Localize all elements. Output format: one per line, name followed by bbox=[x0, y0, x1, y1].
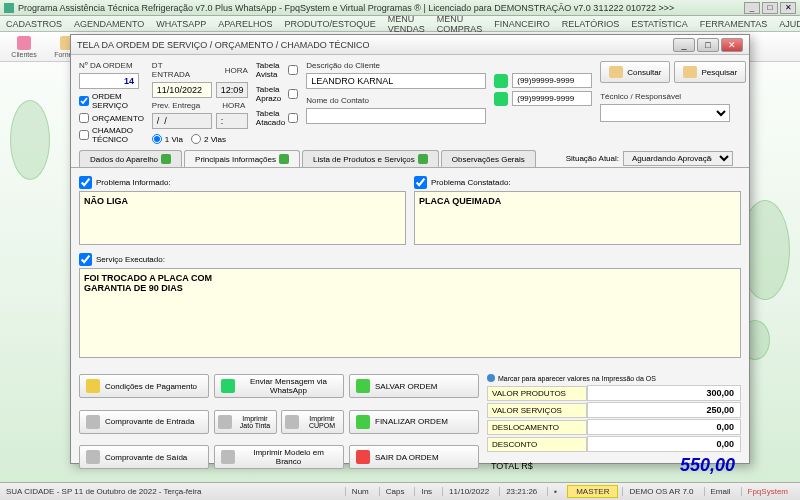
tab-principais-info[interactable]: Principais Informações bbox=[184, 150, 300, 167]
servico-check[interactable] bbox=[79, 253, 92, 266]
modal-close[interactable]: ✕ bbox=[721, 38, 743, 52]
tabela-avista-check[interactable]: Tabela Avista bbox=[256, 61, 298, 79]
whatsapp-icon[interactable] bbox=[494, 74, 508, 88]
check-icon bbox=[356, 379, 370, 393]
prev-label: Prev. Entrega bbox=[152, 101, 200, 110]
via1-radio[interactable]: 1 Via bbox=[152, 134, 183, 144]
menu-financeiro[interactable]: FINANCEIRO bbox=[494, 19, 550, 29]
servicos-value: 250,00 bbox=[587, 402, 741, 418]
printer-icon bbox=[86, 415, 100, 429]
pesquisar-button[interactable]: Pesquisar bbox=[674, 61, 746, 83]
prob-informado-check[interactable] bbox=[79, 176, 92, 189]
whatsapp-icon[interactable] bbox=[494, 92, 508, 106]
tool-label: Clientes bbox=[11, 51, 36, 58]
modal-title: TELA DA ORDEM DE SERVIÇO / ORÇAMENTO / C… bbox=[77, 40, 673, 50]
condicoes-button[interactable]: Condições de Pagamento bbox=[79, 374, 209, 398]
total-label: TOTAL R$ bbox=[487, 461, 587, 471]
jato-tinta-button[interactable]: Imprimir Jato Tinta bbox=[214, 410, 277, 434]
menu-agendamento[interactable]: AGENDAMENTO bbox=[74, 19, 144, 29]
servico-label: Serviço Executado: bbox=[96, 255, 165, 264]
menu-cadastros[interactable]: CADASTROS bbox=[6, 19, 62, 29]
finalizar-button[interactable]: FINALIZAR ORDEM bbox=[349, 410, 479, 434]
close-button[interactable]: ✕ bbox=[780, 2, 796, 14]
whatsapp-button[interactable]: Enviar Mensagem via WhatsApp bbox=[214, 374, 344, 398]
order-modal: TELA DA ORDEM DE SERVIÇO / ORÇAMENTO / C… bbox=[70, 34, 750, 464]
nome-contato-input[interactable] bbox=[306, 108, 486, 124]
consultar-button[interactable]: Consultar bbox=[600, 61, 670, 83]
hora-input[interactable] bbox=[216, 82, 248, 98]
whatsapp-icon bbox=[221, 379, 235, 393]
status-caps: Caps bbox=[379, 487, 411, 496]
menu-aparelhos[interactable]: APARELHOS bbox=[218, 19, 272, 29]
prob-constatado-label: Problema Constatado: bbox=[431, 178, 511, 187]
situacao-select[interactable]: Aguardando Aprovação bbox=[623, 151, 733, 166]
minimize-button[interactable]: _ bbox=[744, 2, 760, 14]
maximize-button[interactable]: □ bbox=[762, 2, 778, 14]
menu-whatsapp[interactable]: WHATSAPP bbox=[156, 19, 206, 29]
arrow-icon bbox=[418, 154, 428, 164]
status-email: Email bbox=[704, 487, 737, 496]
menu-relatorios[interactable]: RELATÓRIOS bbox=[562, 19, 619, 29]
modal-minimize[interactable]: _ bbox=[673, 38, 695, 52]
tab-produtos-servicos[interactable]: Lista de Produtos e Serviços bbox=[302, 150, 439, 167]
dt-entrada-label: DT ENTRADA bbox=[152, 61, 197, 79]
produtos-label: VALOR PRODUTOS bbox=[487, 386, 587, 401]
tab-dados-aparelho[interactable]: Dados do Aparelho bbox=[79, 150, 182, 167]
prev-time-input[interactable] bbox=[216, 113, 248, 129]
prob-informado-label: Problema Informado: bbox=[96, 178, 171, 187]
phone2-input[interactable] bbox=[512, 91, 592, 106]
order-num-input[interactable] bbox=[79, 73, 139, 89]
via2-radio[interactable]: 2 Vias bbox=[191, 134, 226, 144]
tecnico-label: Técnico / Responsável bbox=[600, 92, 746, 101]
comp-entrada-button[interactable]: Comprovante de Entrada bbox=[79, 410, 209, 434]
exit-icon bbox=[356, 450, 370, 464]
menu-vendas[interactable]: MENU VENDAS bbox=[388, 14, 425, 34]
clientes-icon bbox=[17, 36, 31, 50]
radio-icon bbox=[487, 374, 495, 382]
type-orc-check[interactable]: ORÇAMENTO bbox=[79, 113, 144, 123]
menu-ajuda[interactable]: AJUDA bbox=[779, 19, 800, 29]
prob-constatado-check[interactable] bbox=[414, 176, 427, 189]
total-value: 550,00 bbox=[587, 455, 741, 476]
tool-clientes[interactable]: Clientes bbox=[4, 34, 44, 60]
status-fpq: FpqSystem bbox=[741, 487, 794, 496]
search-icon bbox=[683, 66, 697, 78]
tabela-atacado-check[interactable]: Tabela Atacado bbox=[256, 109, 298, 127]
salvar-button[interactable]: SALVAR ORDEM bbox=[349, 374, 479, 398]
menu-estatistica[interactable]: ESTATÍSTICA bbox=[631, 19, 688, 29]
marcar-check[interactable]: Marcar para aparecer valores na Impressã… bbox=[487, 374, 741, 382]
tab-observacoes[interactable]: Observações Gerais bbox=[441, 150, 536, 167]
type-os-check[interactable]: ORDEM SERVIÇO bbox=[79, 92, 144, 110]
status-demo: DEMO OS AR 7.0 bbox=[622, 487, 699, 496]
status-time: 23:21:26 bbox=[499, 487, 543, 496]
tecnico-select[interactable] bbox=[600, 104, 730, 122]
printer-icon bbox=[285, 415, 299, 429]
phone1-input[interactable] bbox=[512, 73, 592, 88]
prob-informado-text[interactable]: NÃO LIGA bbox=[79, 191, 406, 245]
dt-entrada-input[interactable] bbox=[152, 82, 212, 98]
status-date: 11/10/2022 bbox=[442, 487, 495, 496]
cupom-button[interactable]: Imprimir CUPOM bbox=[281, 410, 344, 434]
tabela-aprazo-check[interactable]: Tabela Aprazo bbox=[256, 85, 298, 103]
prev-date-input[interactable] bbox=[152, 113, 212, 129]
menu-produto[interactable]: PRODUTO/ESTOQUE bbox=[285, 19, 376, 29]
desc-cliente-input[interactable] bbox=[306, 73, 486, 89]
tabs: Dados do Aparelho Principais Informações… bbox=[71, 150, 749, 168]
binoculars-icon bbox=[609, 66, 623, 78]
menu-compras[interactable]: MENU COMPRAS bbox=[437, 14, 483, 34]
comp-saida-button[interactable]: Comprovante de Saída bbox=[79, 445, 209, 469]
app-icon bbox=[4, 3, 14, 13]
modelo-branco-button[interactable]: Imprimir Modelo em Branco bbox=[214, 445, 344, 469]
status-location: SUA CIDADE - SP 11 de Outubro de 2022 - … bbox=[6, 487, 341, 496]
menu-ferramentas[interactable]: FERRAMENTAS bbox=[700, 19, 767, 29]
type-chamado-check[interactable]: CHAMADO TÉCNICO bbox=[79, 126, 144, 144]
printer-icon bbox=[218, 415, 232, 429]
modal-maximize[interactable]: □ bbox=[697, 38, 719, 52]
sair-button[interactable]: SAIR DA ORDEM bbox=[349, 445, 479, 469]
servico-text[interactable]: FOI TROCADO A PLACA COM GARANTIA DE 90 D… bbox=[79, 268, 741, 358]
printer-icon bbox=[221, 450, 235, 464]
printer-icon bbox=[86, 450, 100, 464]
prob-constatado-text[interactable]: PLACA QUEIMADA bbox=[414, 191, 741, 245]
status-num: Num bbox=[345, 487, 375, 496]
app-title: Programa Assistência Técnica Refrigeraçã… bbox=[18, 3, 744, 13]
